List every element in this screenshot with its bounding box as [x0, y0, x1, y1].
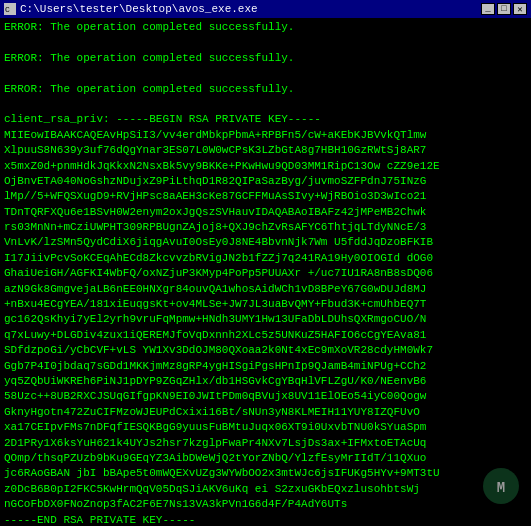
terminal-line: SDfdzpoGi/yCbCVF+vLS YW1Xv3DdOJM80QXoaa2…	[4, 343, 527, 358]
svg-text:C: C	[5, 5, 10, 14]
terminal-line: xa17CEIpvFMs7nDFqfIESQKBgG9yuusFuBMtuJuq…	[4, 420, 527, 435]
terminal-line: GknyHgotn472ZuCIFMzoWJEUPdCxixi16Bt/sNUn…	[4, 405, 527, 420]
terminal-line: MIIEowIBAAKCAQEAvHpSiI3/vv4erdMbkpPbmA+R…	[4, 128, 527, 143]
terminal-line: ERROR: The operation completed successfu…	[4, 51, 527, 66]
terminal-line: ERROR: The operation completed successfu…	[4, 20, 527, 35]
terminal-line: ERROR: The operation completed successfu…	[4, 82, 527, 97]
terminal-line: jc6RAoGBAN jbI bBApe5t0mWQEXvUZg3WYWbOO2…	[4, 466, 527, 481]
terminal-line: azN9Gk8GmgvejaLB6nEE0HNXgr84ouvQA1whosAi…	[4, 282, 527, 297]
maximize-button[interactable]: □	[497, 3, 511, 15]
cmd-icon: C	[4, 3, 16, 15]
terminal-output: ERROR: The operation completed successfu…	[0, 18, 531, 526]
terminal-line: q7xLuwy+DLGDiv4zux1iQEREMJfoVqDxnnh2XLc5…	[4, 328, 527, 343]
window-controls: _ □ ✕	[481, 3, 527, 15]
terminal-line	[4, 66, 527, 81]
title-text: C:\Users\tester\Desktop\avos_exe.exe	[20, 3, 477, 15]
svg-text:M: M	[497, 480, 505, 496]
terminal-line: 2D1PRy1X6ksYuH621k4UYJs2hsr7kzglpFwaPr4N…	[4, 436, 527, 451]
terminal-line	[4, 97, 527, 112]
terminal-line	[4, 35, 527, 50]
terminal-line: gc162QsKhyi7yEl2yrh9vruFqMpmw+HNdh3UMY1H…	[4, 312, 527, 327]
malwarebytes-logo: M	[481, 466, 521, 506]
terminal-line: 58Uzc++8UB2RXCJSUqGIfgpKN9EI0JWItPDm0qBV…	[4, 389, 527, 404]
terminal-line: Ggb7P4I0jbdaq7sGDd1MKKjmMz8gRP4ygHISgiPg…	[4, 359, 527, 374]
terminal-line: z0DcB6B0pI2FKC5KwHrmQqV05DqSJiAKV6uKq ei…	[4, 482, 527, 497]
terminal-line: TDnTQRFXQu6e1BSvH0W2enym2oxJgQszSVHauvID…	[4, 205, 527, 220]
terminal-line: lMp//5+WFQSXugD9+RVjHPsc8aAEH3cKe87GCFFM…	[4, 189, 527, 204]
title-bar: C C:\Users\tester\Desktop\avos_exe.exe _…	[0, 0, 531, 18]
terminal-line: -----END RSA PRIVATE KEY-----	[4, 513, 527, 527]
terminal-line: OjBnvETA040NoGshzNDujxZ9PiLthqD1R82QIPaS…	[4, 174, 527, 189]
terminal-line: nGCoFbDX0FNoZnop3fAC2F6E7Ns13VA3kPVn1G6d…	[4, 497, 527, 512]
terminal-line: I17JiivPcvSoKCEqAhECd8ZkcvvzbRVigJN2b1fZ…	[4, 251, 527, 266]
terminal-line: GhaiUeiGH/AGFKI4WbFQ/oxNZjuP3KMyp4PoPp5P…	[4, 266, 527, 281]
terminal-line: x5mxZ0d+pnmHdkJqKkxN2NsxBk5vy9BKKe+PKwHw…	[4, 159, 527, 174]
terminal-line: rs03MnNn+mCziUWPHT309RPBUgnZAjoj8+QXJ9ch…	[4, 220, 527, 235]
minimize-button[interactable]: _	[481, 3, 495, 15]
terminal-line: client_rsa_priv: -----BEGIN RSA PRIVATE …	[4, 112, 527, 127]
terminal-line: +nBxu4ECgYEA/181xiEuqgsKt+ov4MLSe+JW7JL3…	[4, 297, 527, 312]
terminal-line: XlpuuS8N639y3uf76dQgYnar3ES07L0W0wCPsK3L…	[4, 143, 527, 158]
terminal-line: VnLvK/lzSMn5QydCdiX6jiqgAvuI0OsEy0J8NE4B…	[4, 235, 527, 250]
terminal-line: QOmp/thsqPZUzb9bKu9GEqYZ3AibDWeWjQ2tYorZ…	[4, 451, 527, 466]
close-button[interactable]: ✕	[513, 3, 527, 15]
terminal-line: yq5ZQbUiWKREh6PiNJ1pDYP9ZGqZHlx/db1HSGvk…	[4, 374, 527, 389]
